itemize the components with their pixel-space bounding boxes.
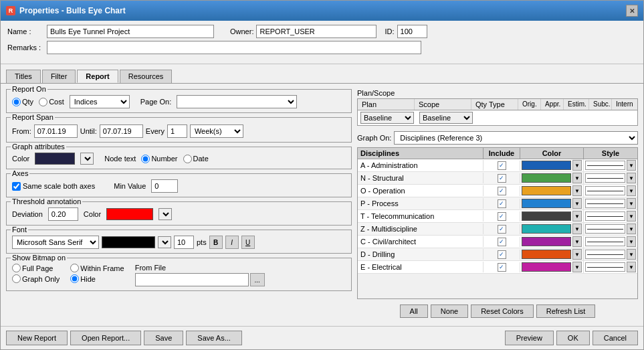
browse-button[interactable]: ... [250, 273, 265, 286]
disc-include-checkbox[interactable]: ✓ [498, 250, 506, 259]
from-input[interactable] [34, 124, 78, 138]
page-on-select[interactable] [177, 95, 297, 108]
bold-button[interactable]: B [209, 236, 223, 249]
disc-include-checkbox[interactable]: ✓ [498, 238, 506, 246]
from-file-input[interactable] [135, 273, 249, 286]
reset-colors-button[interactable]: Reset Colors [471, 304, 534, 318]
tab-report[interactable]: Report [77, 70, 118, 83]
name-input[interactable] [47, 25, 214, 38]
disc-color-swatch[interactable] [522, 199, 571, 208]
disc-color-dropdown[interactable]: ▼ [572, 236, 582, 247]
disc-color-swatch[interactable] [522, 262, 571, 272]
number-radio-item[interactable]: Number [141, 155, 177, 163]
disc-color-dropdown[interactable]: ▼ [572, 211, 582, 222]
tab-titles[interactable]: Titles [6, 70, 41, 83]
font-color-swatch[interactable] [102, 236, 155, 248]
plan-select[interactable]: Baseline [360, 112, 414, 124]
disc-color-swatch[interactable] [522, 211, 571, 221]
qty-radio-item[interactable]: Qty [12, 98, 33, 106]
cost-radio[interactable] [39, 98, 47, 106]
orig-col-header: Orig. [518, 99, 541, 110]
disc-color-swatch[interactable] [522, 237, 571, 246]
all-button[interactable]: All [400, 304, 428, 318]
disc-style-dropdown[interactable]: ▼ [627, 198, 636, 209]
disc-style-dropdown[interactable]: ▼ [627, 211, 636, 222]
same-scale-item[interactable]: Same scale both axes [12, 182, 95, 191]
tab-filter[interactable]: Filter [42, 70, 76, 83]
disc-style-dropdown[interactable]: ▼ [627, 249, 636, 260]
disc-include-checkbox[interactable]: ✓ [498, 212, 506, 221]
disc-style-dropdown[interactable]: ▼ [627, 262, 636, 272]
preview-button[interactable]: Preview [505, 331, 554, 345]
disc-color-swatch[interactable] [522, 224, 571, 234]
graph-only-radio[interactable] [12, 274, 21, 283]
disc-color-dropdown[interactable]: ▼ [572, 262, 582, 272]
disc-style-dropdown[interactable]: ▼ [627, 173, 636, 183]
disc-color-swatch[interactable] [522, 186, 571, 195]
underline-button[interactable]: U [241, 236, 255, 249]
scope-select[interactable]: Baseline [419, 112, 473, 124]
disc-color-dropdown[interactable]: ▼ [572, 249, 582, 260]
font-color-dropdown[interactable]: ▼ [158, 236, 171, 248]
disc-include-checkbox[interactable]: ✓ [498, 174, 506, 183]
min-value-input[interactable] [151, 179, 178, 193]
color-dropdown[interactable]: ▼ [80, 153, 94, 165]
open-report-button[interactable]: Open Report... [70, 331, 141, 345]
date-radio-item[interactable]: Date [183, 155, 209, 163]
week-select[interactable]: Week(s) Day(s) Month(s) [190, 124, 243, 138]
disc-style-dropdown[interactable]: ▼ [627, 224, 636, 234]
number-radio[interactable] [141, 155, 150, 163]
same-scale-checkbox[interactable] [12, 182, 21, 191]
until-input[interactable] [100, 124, 143, 138]
disc-include-checkbox[interactable]: ✓ [498, 225, 506, 234]
disc-style-dropdown[interactable]: ▼ [627, 236, 636, 247]
threshold-color-dropdown[interactable]: ▼ [158, 208, 172, 220]
qty-radio[interactable] [12, 98, 21, 106]
cost-radio-item[interactable]: Cost [39, 98, 64, 106]
remarks-input[interactable] [47, 41, 421, 54]
tab-resources[interactable]: Resources [120, 70, 173, 83]
disc-color-swatch[interactable] [522, 173, 571, 183]
disc-color-dropdown[interactable]: ▼ [572, 173, 582, 183]
cancel-button[interactable]: Cancel [593, 331, 638, 345]
full-page-radio[interactable] [12, 264, 21, 272]
italic-button[interactable]: I [225, 236, 239, 249]
disc-include-checkbox[interactable]: ✓ [498, 161, 506, 170]
hide-radio[interactable] [70, 274, 79, 283]
disc-color-dropdown[interactable]: ▼ [572, 198, 582, 209]
full-page-radio-item[interactable]: Full Page [12, 264, 60, 272]
disc-include-checkbox[interactable]: ✓ [498, 199, 506, 208]
graph-only-radio-item[interactable]: Graph Only [12, 274, 60, 283]
new-report-button[interactable]: New Report [6, 331, 68, 345]
disc-style-line [585, 224, 625, 234]
disc-color-swatch[interactable] [522, 161, 571, 170]
within-frame-radio[interactable] [70, 264, 79, 272]
threshold-color-swatch[interactable] [106, 208, 153, 220]
indices-select[interactable]: Indices [70, 95, 130, 108]
disc-include-checkbox[interactable]: ✓ [498, 187, 506, 195]
graph-color-swatch[interactable] [35, 153, 75, 165]
disc-style-dropdown[interactable]: ▼ [627, 160, 636, 171]
font-size-input[interactable] [174, 236, 194, 249]
hide-radio-item[interactable]: Hide [70, 274, 124, 283]
date-radio[interactable] [183, 155, 192, 163]
deviation-input[interactable] [48, 207, 78, 221]
close-window-button[interactable]: ✕ [626, 5, 638, 17]
disc-color-dropdown[interactable]: ▼ [572, 160, 582, 171]
every-input[interactable] [167, 124, 187, 138]
ok-button[interactable]: OK [556, 331, 590, 345]
owner-input[interactable] [256, 25, 377, 38]
disc-color-dropdown[interactable]: ▼ [572, 224, 582, 234]
disc-color-swatch[interactable] [522, 250, 571, 259]
graph-on-select[interactable]: Disciplines (Reference 3) [394, 131, 638, 145]
id-input[interactable] [397, 25, 427, 38]
within-frame-radio-item[interactable]: Within Frame [70, 264, 124, 272]
disc-style-dropdown[interactable]: ▼ [627, 185, 636, 196]
none-button[interactable]: None [431, 304, 468, 318]
disc-color-dropdown[interactable]: ▼ [572, 185, 582, 196]
disc-include-checkbox[interactable]: ✓ [498, 263, 506, 272]
font-name-select[interactable]: Microsoft Sans Serif [12, 236, 99, 249]
save-as-button[interactable]: Save As... [186, 331, 242, 345]
refresh-list-button[interactable]: Refresh List [536, 304, 596, 318]
save-button[interactable]: Save [144, 331, 183, 345]
